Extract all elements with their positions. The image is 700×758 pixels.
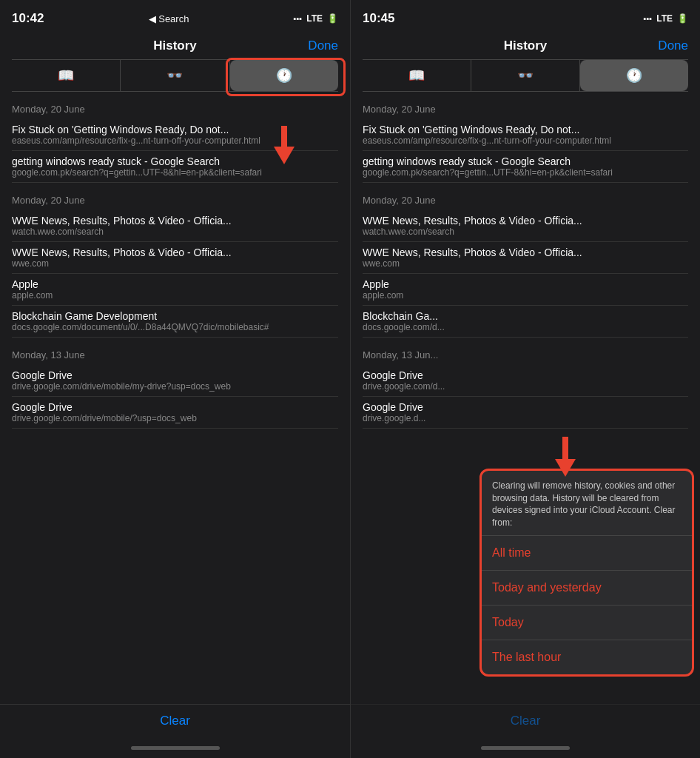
right-section-date-3: Monday, 13 Jun... [363, 349, 688, 360]
right-history-tab[interactable]: 🕐 [580, 60, 688, 91]
popup-description: Clearing will remove history, cookies an… [482, 471, 692, 535]
list-item[interactable]: WWE News, Results, Photos & Video - Offi… [363, 210, 688, 242]
left-reading-list-tab[interactable]: 👓 [121, 60, 229, 91]
left-panel-header: History Done [0, 33, 350, 59]
arrow-shaft [281, 126, 287, 147]
popup-option-today[interactable]: Today [482, 606, 692, 640]
list-item[interactable]: Google Drive drive.google.com/d... [363, 365, 688, 397]
clock-icon-right: 🕐 [626, 67, 642, 84]
right-phone-panel: 10:45 ▪▪▪ LTE 🔋 History Done 📖 👓 🕐 Monda… [350, 0, 700, 758]
left-done-button[interactable]: Done [308, 38, 338, 53]
left-phone-panel: 10:42 ◀ Search ▪▪▪ LTE 🔋 History Done 📖 … [0, 0, 350, 758]
list-item[interactable]: Apple apple.com [12, 274, 338, 306]
right-reading-list-tab[interactable]: 👓 [471, 60, 580, 91]
battery-icon-right: 🔋 [677, 13, 688, 24]
left-section-date-1: Monday, 20 June [12, 104, 338, 115]
right-panel-header: History Done [351, 33, 700, 59]
left-bookmarks-tab[interactable]: 📖 [12, 60, 121, 91]
list-item[interactable]: Apple apple.com [363, 274, 688, 306]
popup-option-all-time[interactable]: All time [482, 536, 692, 570]
left-section-date-3: Monday, 13 June [12, 349, 338, 360]
arrow-down-annotation [555, 437, 576, 477]
left-search-back[interactable]: ◀ Search [149, 13, 189, 24]
list-item[interactable]: Google Drive drive.google.com/drive/mobi… [12, 365, 338, 397]
list-item[interactable]: WWE News, Results, Photos & Video - Offi… [363, 242, 688, 274]
list-item[interactable]: Blockchain Ga... docs.google.com/d... [363, 306, 688, 338]
glasses-icon: 👓 [166, 67, 183, 84]
lte-label: LTE [306, 13, 323, 24]
right-history-title: History [504, 38, 548, 53]
list-item[interactable]: Google Drive drive.google.d... [363, 397, 688, 429]
right-home-indicator [351, 737, 700, 758]
left-home-bar [131, 746, 220, 750]
clear-history-popup: Clearing will remove history, cookies an… [479, 469, 694, 677]
right-tab-bar-container: 📖 👓 🕐 [357, 59, 694, 92]
list-item[interactable]: Blockchain Game Development docs.google.… [12, 306, 338, 338]
lte-label-right: LTE [656, 13, 673, 24]
popup-option-last-hour[interactable]: The last hour [482, 640, 692, 674]
left-history-list: Monday, 20 June Fix Stuck on 'Getting Wi… [0, 92, 350, 704]
battery-icon: 🔋 [327, 13, 338, 24]
right-done-button[interactable]: Done [658, 38, 688, 53]
left-tab-bar: 📖 👓 🕐 [12, 59, 338, 92]
list-item[interactable]: WWE News, Results, Photos & Video - Offi… [12, 242, 338, 274]
left-tab-bar-container: 📖 👓 🕐 [6, 59, 344, 92]
popup-option-today-yesterday[interactable]: Today and yesterday [482, 571, 692, 605]
list-item[interactable]: getting windows ready stuck - Google Sea… [363, 151, 688, 183]
right-section-date-2: Monday, 20 June [363, 195, 688, 206]
clock-icon: 🕐 [276, 67, 292, 84]
list-item[interactable]: WWE News, Results, Photos & Video - Offi… [12, 210, 338, 242]
right-status-time: 10:45 [363, 11, 394, 26]
left-history-tab[interactable]: 🕐 [230, 60, 338, 91]
right-section-date-1: Monday, 20 June [363, 104, 688, 115]
list-item[interactable]: Fix Stuck on 'Getting Windows Ready, Do … [363, 119, 688, 151]
signal-icon-right: ▪▪▪ [644, 14, 653, 23]
right-bookmarks-tab[interactable]: 📖 [363, 60, 471, 91]
glasses-icon-right: 👓 [517, 67, 534, 84]
left-home-indicator [0, 737, 350, 758]
right-clear-button[interactable]: Clear [351, 704, 700, 737]
signal-icon: ▪▪▪ [294, 14, 303, 23]
bookmark-icon-right: 📖 [408, 67, 425, 84]
right-home-bar [481, 746, 570, 750]
left-status-time: 10:42 [12, 11, 44, 26]
arrow-shaft-down [562, 437, 568, 459]
list-item[interactable]: Google Drive drive.google.com/drive/mobi… [12, 397, 338, 429]
right-tab-bar: 📖 👓 🕐 [363, 59, 688, 92]
left-status-right: ▪▪▪ LTE 🔋 [294, 13, 338, 24]
right-status-bar: 10:45 ▪▪▪ LTE 🔋 [351, 0, 700, 33]
left-history-title: History [153, 38, 197, 53]
left-section-date-2: Monday, 20 June [12, 195, 338, 206]
arrow-head-down [555, 459, 576, 477]
arrow-up-annotation [274, 126, 295, 164]
left-clear-button[interactable]: Clear [0, 704, 350, 737]
right-status-right: ▪▪▪ LTE 🔋 [644, 13, 688, 24]
left-status-bar: 10:42 ◀ Search ▪▪▪ LTE 🔋 [0, 0, 350, 33]
bookmark-icon: 📖 [58, 67, 74, 84]
arrow-head-up [274, 147, 295, 164]
